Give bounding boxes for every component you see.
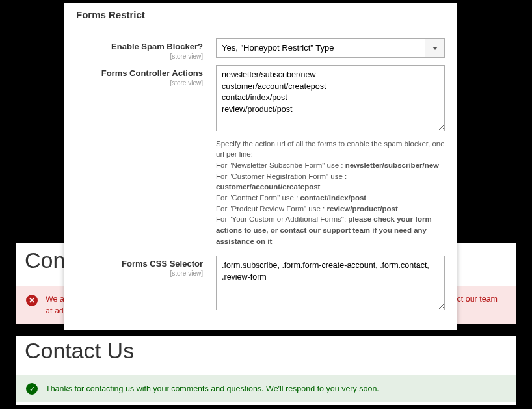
check-icon: ✓ [26,383,38,395]
select-value[interactable]: Yes, "Honeypot Restrict" Type [216,38,425,58]
field-forms-css-selector: Forms CSS Selector [store view] [76,256,445,312]
success-message: Thanks for contacting us with your comme… [46,384,379,393]
field-scope: [store view] [76,270,203,277]
chevron-down-icon[interactable] [425,38,445,58]
field-enable-spam-blocker: Enable Spam Blocker? [store view] Yes, "… [76,38,445,60]
forms-restrict-panel: Forms Restrict Enable Spam Blocker? [sto… [64,3,457,330]
css-selector-textarea[interactable] [216,256,445,310]
controller-actions-textarea[interactable] [216,65,445,131]
field-scope: [store view] [76,79,203,86]
contact-page-success: Contact Us ✓ Thanks for contacting us wi… [16,336,516,405]
success-banner: ✓ Thanks for contacting us with your com… [16,375,516,402]
field-label: Forms Controller Actions [76,68,203,78]
field-forms-controller-actions: Forms Controller Actions [store view] Sp… [76,65,445,246]
section-title: Forms Restrict [76,9,445,20]
enable-select[interactable]: Yes, "Honeypot Restrict" Type [216,38,445,58]
field-scope: [store view] [76,53,203,60]
help-text: Specify the action url of all the forms … [216,139,445,247]
field-label: Enable Spam Blocker? [76,42,203,51]
field-label: Forms CSS Selector [76,259,203,269]
page-title: Contact Us [16,336,516,375]
error-icon: ✕ [26,295,38,306]
